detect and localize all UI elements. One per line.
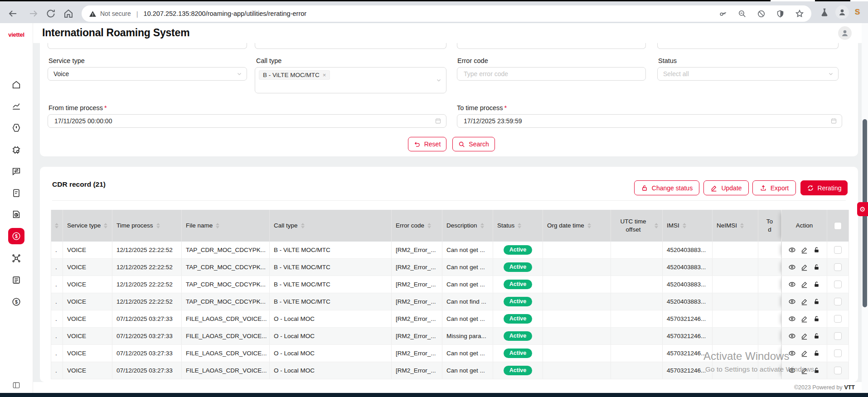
sidebar-item-processing[interactable] — [8, 141, 25, 159]
browser-home-icon[interactable] — [63, 8, 74, 19]
from-time-input[interactable] — [53, 117, 441, 125]
browser-back-icon[interactable] — [7, 8, 18, 19]
column-header-imsi[interactable]: IMSI — [663, 210, 713, 242]
view-eye-icon[interactable] — [788, 263, 796, 271]
column-header-org-date-time[interactable]: Org date time — [543, 210, 611, 242]
address-bar[interactable]: Not secure | 10.207.252.135:8200/roaming… — [82, 5, 811, 22]
s-extension-icon[interactable]: S — [855, 8, 860, 17]
sort-caret-icon[interactable] — [427, 223, 431, 228]
sort-caret-icon[interactable] — [740, 223, 744, 228]
sidebar-item-analytics[interactable] — [8, 97, 25, 115]
calendar-icon[interactable] — [830, 117, 837, 124]
error-code-input[interactable] — [463, 70, 640, 78]
rerating-button[interactable]: Rerating — [800, 180, 848, 195]
column-header-neimsi[interactable]: NeIMSI — [713, 210, 758, 242]
sort-caret-icon[interactable] — [216, 223, 219, 228]
column-header-error-code[interactable]: Error code — [392, 210, 442, 242]
edit-pencil-icon[interactable] — [800, 281, 808, 288]
zoom-out-icon[interactable] — [738, 10, 747, 18]
not-secure-chip[interactable]: Not secure — [89, 10, 131, 18]
sidebar-item-finance[interactable]: $ — [8, 293, 25, 310]
from-time-field[interactable] — [48, 114, 446, 128]
content-blocked-icon[interactable] — [757, 10, 766, 18]
column-header-call-type[interactable]: Call type — [270, 210, 392, 242]
edit-pencil-icon[interactable] — [800, 349, 808, 357]
edit-pencil-icon[interactable] — [800, 246, 808, 254]
view-eye-icon[interactable] — [788, 367, 796, 374]
sidebar-item-messages[interactable] — [8, 163, 25, 180]
lock-icon[interactable] — [813, 263, 820, 271]
view-eye-icon[interactable] — [788, 246, 796, 254]
to-time-input[interactable] — [463, 117, 836, 125]
column-header-file-name[interactable]: File name — [182, 210, 270, 242]
password-key-icon[interactable] — [719, 10, 727, 18]
user-avatar[interactable] — [838, 26, 852, 40]
sort-caret-icon[interactable] — [480, 223, 484, 228]
url-text[interactable]: 10.207.252.135:8200/roaming-app/utilitie… — [144, 10, 307, 17]
sidebar-item-logs[interactable] — [8, 271, 25, 289]
to-time-field[interactable] — [457, 114, 842, 128]
sort-caret-icon[interactable] — [301, 223, 305, 228]
row-checkbox[interactable] — [834, 315, 842, 323]
lock-icon[interactable] — [813, 349, 820, 357]
column-header-description[interactable]: Description — [442, 210, 493, 242]
view-eye-icon[interactable] — [788, 298, 796, 305]
call-type-multiselect[interactable]: B - ViLTE MOC/MTC × — [255, 67, 446, 93]
lock-icon[interactable] — [813, 367, 820, 374]
browser-profile-button[interactable] — [835, 5, 849, 19]
update-button[interactable]: Update — [703, 180, 749, 195]
lock-icon[interactable] — [813, 281, 820, 288]
row-checkbox[interactable] — [834, 263, 842, 271]
error-code-field[interactable] — [457, 67, 646, 81]
change-status-button[interactable]: Change status — [634, 180, 699, 195]
row-checkbox[interactable] — [834, 298, 842, 305]
column-header-overflow[interactable] — [51, 210, 63, 242]
bookmark-star-icon[interactable] — [795, 9, 804, 18]
sidebar-collapse-icon[interactable] — [12, 381, 21, 390]
sort-caret-icon[interactable] — [683, 223, 686, 228]
sidebar-item-file-reports[interactable] — [8, 206, 25, 223]
edit-pencil-icon[interactable] — [800, 315, 808, 323]
sidebar-item-documents[interactable] — [8, 184, 25, 202]
calendar-icon[interactable] — [435, 117, 441, 124]
service-type-select[interactable]: Voice — [48, 67, 247, 81]
sidebar-item-billing-active[interactable]: $ — [8, 228, 24, 244]
reset-button[interactable]: Reset — [408, 137, 446, 151]
tag-remove-icon[interactable]: × — [323, 72, 326, 78]
row-checkbox[interactable] — [834, 332, 842, 340]
sidebar-item-alerts[interactable] — [8, 119, 25, 136]
row-checkbox[interactable] — [834, 349, 842, 357]
search-button[interactable]: Search — [452, 137, 495, 151]
status-select[interactable]: Select all — [657, 67, 839, 81]
view-eye-icon[interactable] — [788, 332, 796, 340]
sort-caret-icon[interactable] — [104, 223, 107, 228]
sort-caret-icon[interactable] — [156, 223, 160, 228]
browser-forward-icon[interactable] — [28, 8, 39, 19]
row-checkbox[interactable] — [834, 281, 842, 288]
extension-flask-icon[interactable] — [820, 7, 829, 17]
view-eye-icon[interactable] — [788, 315, 796, 323]
lock-icon[interactable] — [813, 246, 820, 254]
sidebar-item-home[interactable] — [8, 76, 25, 93]
lock-icon[interactable] — [813, 332, 820, 340]
select-all-checkbox[interactable] — [834, 222, 842, 230]
export-button[interactable]: Export — [752, 180, 796, 195]
sort-caret-icon[interactable] — [518, 223, 521, 228]
column-header-utc-time-offset[interactable]: UTC time offset — [611, 210, 663, 242]
edit-pencil-icon[interactable] — [800, 332, 808, 340]
sort-caret-icon[interactable] — [655, 223, 658, 228]
edit-pencil-icon[interactable] — [800, 298, 808, 305]
column-header-status[interactable]: Status — [493, 210, 543, 242]
privacy-shield-icon[interactable] — [776, 10, 785, 18]
view-eye-icon[interactable] — [788, 281, 796, 288]
row-checkbox[interactable] — [834, 246, 842, 254]
view-eye-icon[interactable] — [788, 349, 796, 357]
lock-icon[interactable] — [813, 315, 820, 323]
browser-reload-icon[interactable] — [45, 8, 56, 19]
edit-pencil-icon[interactable] — [800, 263, 808, 271]
sort-caret-icon[interactable] — [587, 223, 591, 228]
edit-pencil-icon[interactable] — [800, 367, 808, 374]
row-checkbox[interactable] — [834, 367, 842, 374]
column-header-time-process[interactable]: Time process — [112, 210, 182, 242]
settings-gear-button[interactable]: ⚙ — [857, 202, 868, 216]
